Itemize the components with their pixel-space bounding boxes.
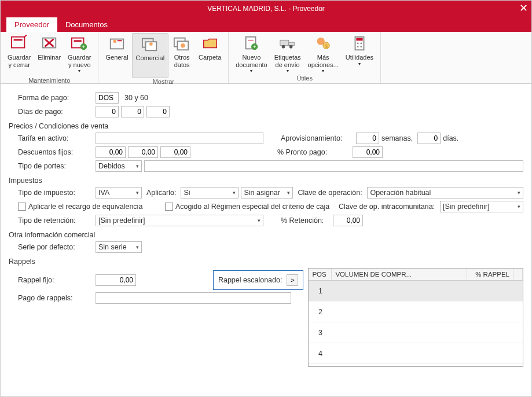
utilidades-button[interactable]: Utilidades ▾ — [342, 33, 377, 68]
recargo-checkbox[interactable] — [18, 203, 26, 211]
rappel-escalonado-label: Rappel escalonado: — [218, 276, 282, 284]
serie-label: Serie por defecto: — [9, 243, 96, 251]
aplicarlo-select[interactable]: Si — [181, 187, 239, 198]
chevron-down-icon: ▾ — [358, 61, 361, 67]
svg-point-25 — [281, 45, 285, 49]
chevron-down-icon: ▾ — [287, 68, 289, 73]
carpeta-button[interactable]: Carpeta — [195, 33, 225, 77]
grid-header-volumen[interactable]: VOLUMEN DE COMPR... — [332, 269, 467, 280]
descuentos-label: Descuentos fijos: — [9, 148, 96, 156]
grid-header-scroll-gap — [513, 269, 523, 280]
otra-section-title: Otra información comercial — [9, 231, 523, 239]
tipo-impuesto-label: Tipo de impuesto: — [9, 189, 96, 197]
forma-pago-code-input[interactable] — [96, 92, 119, 104]
pct-retencion-input[interactable] — [333, 215, 363, 226]
pago-rappels-input[interactable] — [96, 292, 291, 304]
portes-select[interactable]: Debidos — [96, 160, 142, 172]
ribbon-group-mantenimiento: Guardar y cerrar Eliminar + Guardar y nu… — [1, 32, 98, 83]
descuento-1-input[interactable] — [96, 146, 126, 158]
window-titlebar: VERTICAL MADRID, S.L. - Proveedor ✕ — [1, 1, 531, 17]
guardar-cerrar-button[interactable]: Guardar y cerrar — [4, 33, 34, 69]
mas-opciones-button[interactable]: $ Más opciones... ▾ — [304, 33, 342, 75]
rappel-grid: POS VOLUMEN DE COMPR... % RAPPEL 1 2 3 4 — [308, 268, 523, 367]
grid-header-rappel[interactable]: % RAPPEL — [467, 269, 513, 280]
save-new-icon: + — [70, 34, 89, 53]
svg-point-33 — [360, 43, 362, 45]
comercial-button[interactable]: Comercial — [132, 33, 169, 78]
sin-asignar-select[interactable]: Sin asignar — [241, 187, 293, 198]
table-row[interactable]: 3 — [309, 322, 523, 343]
rappel-escalonado-expand-button[interactable]: > — [287, 274, 298, 286]
svg-text:+: + — [253, 44, 256, 50]
chevron-down-icon: ▾ — [78, 68, 80, 73]
tab-proveedor[interactable]: Proveedor — [6, 17, 57, 32]
nuevo-documento-button[interactable]: + Nuevo documento ▾ — [232, 33, 270, 75]
svg-point-26 — [289, 45, 292, 49]
descuento-2-input[interactable] — [128, 146, 158, 158]
clave-operacion-label: Clave de operación: — [298, 189, 367, 197]
general-icon — [108, 34, 126, 53]
dias-pago-3-input[interactable] — [146, 106, 170, 117]
eliminar-button[interactable]: Eliminar — [34, 33, 64, 77]
acogido-checkbox[interactable] — [165, 203, 173, 211]
chevron-down-icon: ▾ — [322, 68, 324, 73]
pago-rappels-label: Pago de rappels: — [9, 294, 96, 302]
svg-text:+: + — [82, 44, 85, 50]
pronto-pago-input[interactable] — [353, 146, 383, 158]
dias-label: días. — [443, 134, 458, 142]
grid-header-pos[interactable]: POS — [309, 269, 332, 280]
clave-intra-select[interactable]: [Sin predefinir] — [440, 201, 523, 212]
svg-point-11 — [113, 39, 116, 43]
otros-datos-button[interactable]: Otros datos — [168, 33, 195, 69]
etiquetas-envio-button[interactable]: Etiquetas de envío ▾ — [271, 33, 304, 75]
portes-desc-input[interactable] — [144, 160, 523, 172]
serie-select[interactable]: Sin serie — [96, 241, 142, 253]
main-tabstrip: Proveedor Documentos — [1, 17, 531, 32]
calculator-icon — [350, 34, 369, 53]
chevron-down-icon: ▾ — [250, 68, 252, 73]
guardar-nuevo-button[interactable]: + Guardar y nuevo ▾ — [64, 33, 94, 75]
ribbon: Guardar y cerrar Eliminar + Guardar y nu… — [1, 32, 531, 84]
tarifa-input[interactable] — [96, 133, 263, 144]
dias-pago-1-input[interactable] — [96, 106, 119, 117]
otros-datos-icon — [173, 34, 191, 53]
tipo-impuesto-select[interactable]: IVA — [96, 187, 142, 198]
delete-icon — [40, 34, 58, 53]
close-icon[interactable]: ✕ — [519, 2, 528, 14]
aplicarlo-label: Aplicarlo: — [146, 189, 176, 197]
window-title: VERTICAL MADRID, S.L. - Proveedor — [207, 5, 325, 13]
grid-body[interactable]: 1 2 3 4 — [309, 281, 523, 366]
clave-operacion-select[interactable]: Operación habitual — [367, 187, 523, 198]
svg-rect-1 — [14, 39, 23, 41]
dias-pago-2-input[interactable] — [121, 106, 144, 117]
semanas-label: semanas, — [381, 134, 413, 142]
impuestos-section-title: Impuestos — [9, 177, 523, 185]
retencion-select[interactable]: [Sin predefinir] — [96, 215, 263, 226]
svg-rect-12 — [118, 40, 122, 41]
svg-rect-24 — [289, 42, 294, 46]
more-options-icon: $ — [314, 34, 332, 53]
svg-line-2 — [25, 35, 27, 37]
table-row[interactable]: 2 — [309, 302, 523, 322]
general-button[interactable]: General — [102, 33, 131, 77]
aprov-label: Aprovisionamiento: — [281, 134, 356, 142]
rappel-fijo-label: Rappel fijo: — [9, 276, 96, 284]
svg-point-34 — [357, 46, 359, 47]
svg-rect-7 — [74, 40, 82, 42]
svg-text:$: $ — [325, 43, 328, 49]
table-row[interactable] — [309, 364, 523, 366]
retencion-label: Tipo de retención: — [9, 216, 96, 225]
aprov-dias-input[interactable] — [417, 133, 441, 144]
forma-pago-desc: 30 y 60 — [124, 94, 148, 102]
svg-point-32 — [357, 43, 359, 45]
tab-documentos[interactable]: Documentos — [57, 17, 116, 32]
rappel-fijo-input[interactable] — [96, 274, 136, 286]
forma-pago-label: Forma de pago: — [9, 94, 96, 102]
folder-icon — [201, 34, 219, 53]
descuento-3-input[interactable] — [160, 146, 190, 158]
rappel-escalonado-box: Rappel escalonado: > — [213, 270, 304, 290]
table-row[interactable]: 4 — [309, 343, 523, 364]
dias-pago-label: Días de pago: — [9, 108, 96, 116]
table-row[interactable]: 1 — [309, 281, 523, 302]
aprov-semanas-input[interactable] — [356, 133, 379, 144]
